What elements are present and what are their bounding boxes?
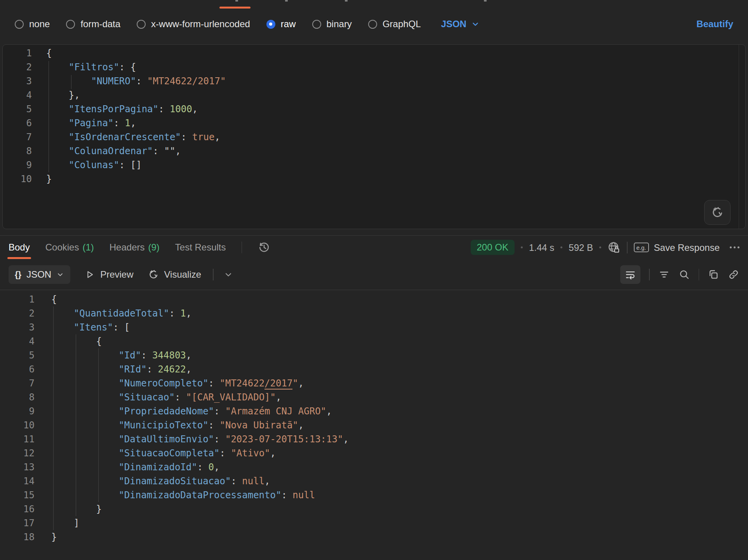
- link-icon[interactable]: [728, 269, 739, 280]
- response-time: 1.44 s: [529, 242, 554, 253]
- code-line: 5 "Id": 344803,: [0, 348, 748, 362]
- tab-test-results[interactable]: Test Results: [175, 236, 226, 259]
- code-line: 4 {: [0, 334, 748, 348]
- request-code: 1{2 "Filtros": {3 "NUMERO": "MT24622/201…: [3, 45, 745, 186]
- indent-guide: [98, 348, 99, 502]
- braces-icon: {}: [15, 270, 21, 280]
- preview-button[interactable]: Preview: [84, 269, 133, 280]
- code-line: 7 "IsOrdenarCrescente": true,: [3, 130, 745, 144]
- clipped-tab-text: [285, 0, 288, 2]
- code-line: 16 }: [0, 502, 748, 516]
- line-number: 12: [0, 446, 35, 460]
- tab-body[interactable]: Body: [9, 236, 30, 259]
- line-number: 14: [0, 474, 35, 488]
- radio-label: none: [29, 19, 50, 30]
- code-line: 7 "NumeroCompleto": "MT24622/2017",: [0, 376, 748, 390]
- radio-label: form-data: [80, 19, 120, 30]
- tab-headers[interactable]: Headers (9): [110, 236, 160, 259]
- body-type-none[interactable]: none: [15, 19, 50, 30]
- code-line: 13 "DinamizadoId": 0,: [0, 460, 748, 474]
- language-dropdown[interactable]: JSON: [441, 19, 480, 30]
- line-number: 17: [0, 516, 35, 530]
- tab-count: (1): [82, 242, 94, 253]
- line-number: 16: [0, 502, 35, 516]
- sparkle-wand-icon: [710, 205, 724, 219]
- response-section-header: Body Cookies (1) Headers (9) Test Result…: [0, 235, 748, 259]
- response-history-icon[interactable]: [257, 241, 271, 254]
- code-line: 1{: [3, 46, 745, 60]
- request-body-editor[interactable]: 1{2 "Filtros": {3 "NUMERO": "MT24622/201…: [2, 44, 746, 229]
- editor-scroll-gutter: [739, 45, 739, 229]
- divider: [699, 269, 699, 280]
- body-type-graphql[interactable]: GraphQL: [368, 19, 421, 30]
- code-line: 10}: [3, 172, 745, 186]
- code-line: 10 "MunicipioTexto": "Nova Ubiratã",: [0, 418, 748, 432]
- code-line: 11 "DataUltimoEnvio": "2023-07-20T15:13:…: [0, 432, 748, 446]
- body-type-urlencoded[interactable]: x-www-form-urlencoded: [137, 19, 250, 30]
- body-type-binary[interactable]: binary: [312, 19, 352, 30]
- indent-guide: [53, 306, 54, 530]
- postman-request-response-view: { "colors": { "accent_orange": "#ec6b42"…: [0, 0, 748, 560]
- divider: [649, 269, 650, 280]
- format-dropdown-value: JSON: [26, 269, 51, 280]
- clipped-tab-text: [484, 0, 487, 2]
- line-number: 7: [3, 130, 32, 144]
- line-number: 1: [0, 292, 35, 306]
- radio-unchecked-icon: [15, 20, 24, 29]
- body-type-raw[interactable]: raw: [266, 19, 296, 30]
- code-line: 9 "PropriedadeNome": "Armazém CNJ AGRO",: [0, 404, 748, 418]
- code-line: 1{: [0, 292, 748, 306]
- line-number: 3: [0, 320, 35, 334]
- line-number: 2: [3, 60, 32, 74]
- code-line: 18}: [0, 530, 748, 544]
- clipped-tab-text: [345, 0, 348, 2]
- postbot-ai-button[interactable]: [704, 200, 731, 225]
- tab-label: Test Results: [175, 242, 226, 253]
- save-response-button[interactable]: e.g. Save Response: [634, 242, 720, 253]
- example-badge-icon: e.g.: [634, 243, 649, 252]
- tab-label: Cookies: [45, 242, 79, 253]
- network-globe-lock-icon[interactable]: [607, 241, 621, 254]
- divider: [242, 242, 242, 253]
- tab-cookies[interactable]: Cookies (1): [45, 236, 94, 259]
- response-view-tools: [620, 265, 739, 284]
- line-number: 5: [3, 102, 32, 116]
- more-actions-icon[interactable]: [730, 247, 739, 249]
- response-format-dropdown[interactable]: {} JSON: [9, 265, 70, 284]
- copy-icon[interactable]: [708, 269, 719, 280]
- radio-checked-icon: [266, 20, 275, 29]
- filter-icon[interactable]: [658, 269, 670, 280]
- code-line: 14 "DinamizadoSituacao": null,: [0, 474, 748, 488]
- line-number: 7: [0, 376, 35, 390]
- clipped-tab-text: [235, 0, 238, 2]
- line-number: 11: [0, 432, 35, 446]
- response-toolbar: {} JSON Preview Visualize: [0, 259, 748, 290]
- visualize-button[interactable]: Visualize: [148, 269, 202, 280]
- request-tab-bar-clipped: [0, 0, 748, 9]
- preview-label: Preview: [100, 269, 133, 280]
- line-number: 3: [3, 74, 32, 88]
- line-number: 15: [0, 488, 35, 502]
- chevron-down-icon: [56, 271, 64, 278]
- divider: [213, 269, 214, 280]
- response-code: 1{2 "QuantidadeTotal": 1,3 "Itens": [4 {…: [0, 291, 748, 544]
- code-line: 12 "SituacaoCompleta": "Ativo",: [0, 446, 748, 460]
- response-body-editor[interactable]: 1{2 "QuantidadeTotal": 1,3 "Itens": [4 {…: [0, 290, 748, 560]
- radio-unchecked-icon: [66, 20, 75, 29]
- tab-label: Body: [9, 242, 30, 253]
- line-number: 2: [0, 306, 35, 320]
- body-type-selector: none form-data x-www-form-urlencoded raw…: [0, 9, 748, 40]
- code-line: 5 "ItensPorPagina": 1000,: [3, 102, 745, 116]
- radio-unchecked-icon: [137, 20, 146, 29]
- line-number: 10: [0, 418, 35, 432]
- beautify-link[interactable]: Beautify: [696, 19, 733, 30]
- format-options-chevron[interactable]: [224, 270, 233, 279]
- code-line: 4 },: [3, 88, 745, 102]
- body-type-form-data[interactable]: form-data: [66, 19, 120, 30]
- search-icon[interactable]: [678, 269, 690, 280]
- sparkle-wand-icon: [148, 269, 159, 280]
- wrap-text-button[interactable]: [620, 265, 640, 284]
- dot-separator: [599, 247, 601, 249]
- divider: [627, 242, 628, 253]
- code-line: 6 "Pagina": 1,: [3, 116, 745, 130]
